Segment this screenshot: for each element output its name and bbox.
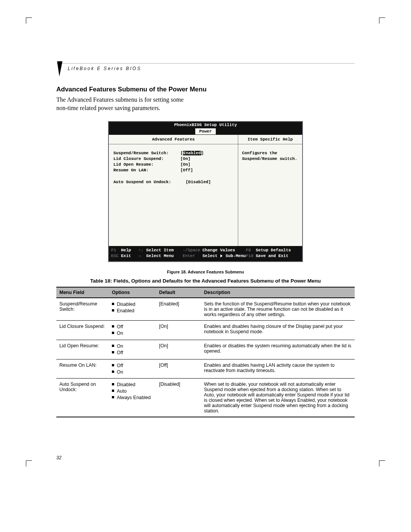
cell-default: [Enabled] — [156, 298, 201, 321]
legend-key: ↑↓ — [139, 248, 146, 253]
bios-left-title: Advanced Features — [109, 135, 238, 144]
legend-label: Setup Defaults — [256, 248, 291, 253]
option-item: Off — [112, 363, 153, 369]
col-menu-field: Menu Field — [56, 287, 109, 298]
table-row: Auto Suspend on Undock:DisabledAutoAlway… — [56, 379, 355, 417]
bios-tab-bar: Power — [109, 128, 302, 135]
legend-label: Select Menu — [146, 253, 174, 259]
crop-mark-bl — [26, 460, 32, 466]
bios-item[interactable]: Lid Closure Suspend: [On] — [113, 156, 233, 162]
cell-menu-field: Resume On LAN: — [56, 359, 109, 379]
cell-description: Enables and disables having LAN activity… — [201, 359, 355, 379]
option-item: Off — [112, 324, 153, 330]
figure-caption: Figure 18. Advance Features Submenu — [56, 270, 355, 274]
bios-item[interactable]: Lid Open Resume: [On] — [113, 162, 233, 168]
legend-label: Select Sub-Menu — [202, 253, 246, 259]
legend-key: F1 — [111, 248, 121, 253]
bios-help-title: Item Specific Help — [238, 135, 302, 144]
bios-left-panel: Advanced Features Suspend/Resume Switch:… — [109, 135, 238, 246]
col-default: Default — [156, 287, 201, 298]
table-row: Suspend/Resume Switch:DisabledEnabled[En… — [56, 298, 355, 321]
cell-description: Enables and disables having closure of t… — [201, 321, 355, 340]
cell-default: [Off] — [156, 359, 201, 379]
table-row: Lid Closure Suspend:OffOn[On]Enables and… — [56, 321, 355, 340]
cell-menu-field: Suspend/Resume Switch: — [56, 298, 109, 321]
legend-label: Help — [121, 248, 131, 253]
cell-menu-field: Auto Suspend on Undock: — [56, 379, 109, 417]
option-item: On — [112, 369, 153, 375]
bios-legend: F1Help ↑↓Select Item -/SpaceChange Value… — [109, 246, 302, 261]
option-item: Auto — [112, 388, 153, 395]
legend-key: ESC — [111, 253, 121, 259]
bios-item-label: Resume On LAN: — [113, 168, 180, 173]
bios-item[interactable]: Auto Suspend on Undock: [Disabled] — [113, 179, 233, 185]
cell-options: OffOn — [109, 359, 156, 379]
cell-default: [Disabled] — [156, 379, 201, 417]
option-item: On — [112, 343, 153, 350]
page: LifeBook E Series BIOS Advanced Features… — [0, 0, 411, 532]
table-row: Resume On LAN:OffOn[Off]Enables and disa… — [56, 359, 355, 379]
option-item: Off — [112, 350, 153, 356]
crop-mark-br — [379, 460, 385, 466]
legend-key: F9 — [246, 248, 256, 253]
legend-label: Exit — [121, 253, 131, 259]
legend-label: Save and Exit — [256, 253, 288, 259]
bios-help-panel: Item Specific Help Configures the Suspen… — [238, 135, 302, 246]
cell-description: When set to disable, your notebook will … — [201, 379, 355, 417]
option-item: Enabled — [112, 308, 153, 314]
bios-help-text: Configures the Suspend/Resume switch. — [238, 144, 302, 162]
cell-options: OnOff — [109, 340, 156, 359]
legend-label: Change Values — [202, 248, 235, 253]
option-item: Always Enabled — [112, 395, 153, 401]
content-area: LifeBook E Series BIOS Advanced Features… — [56, 63, 355, 417]
tab-power[interactable]: Power — [195, 128, 215, 134]
cell-default: [On] — [156, 321, 201, 340]
col-description: Description — [201, 287, 355, 298]
cell-description: Sets the function of the Suspend/Resume … — [201, 298, 355, 321]
bios-item-value: [Off] — [180, 168, 193, 173]
cell-options: DisabledAutoAlways Enabled — [109, 379, 156, 417]
crop-mark-tr — [379, 18, 385, 24]
bios-item[interactable]: Resume On LAN: [Off] — [113, 168, 233, 173]
bios-item-label: Lid Open Resume: — [113, 162, 180, 168]
running-header-text: LifeBook E Series BIOS — [56, 64, 355, 71]
bios-item-label: Lid Closure Suspend: — [113, 156, 180, 162]
svg-marker-0 — [57, 61, 62, 77]
bios-items: Suspend/Resume Switch: [Enabled] Lid Clo… — [109, 144, 238, 185]
legend-label: Select Item — [146, 248, 174, 253]
bios-title-bar: PhoenixBIOS Setup Utility — [109, 122, 302, 128]
fields-table: Menu Field Options Default Description S… — [56, 287, 355, 417]
bios-item-label: Auto Suspend on Undock: — [113, 179, 186, 185]
crop-mark-tl — [26, 18, 32, 24]
legend-key: ↔ — [139, 253, 146, 259]
bios-item-label: Suspend/Resume Switch: — [113, 150, 180, 156]
legend-key: Enter — [183, 253, 202, 259]
bios-body: Advanced Features Suspend/Resume Switch:… — [109, 135, 302, 246]
cell-default: [On] — [156, 340, 201, 359]
bios-item-value: [On] — [180, 162, 190, 168]
cell-menu-field: Lid Closure Suspend: — [56, 321, 109, 340]
legend-key: F10 — [246, 253, 256, 259]
bios-item-value: [Disabled] — [186, 179, 211, 185]
accent-triangle-icon — [54, 61, 63, 78]
bios-item[interactable]: Suspend/Resume Switch: [Enabled] — [113, 150, 233, 156]
cell-options: OffOn — [109, 321, 156, 340]
legend-key: -/Space — [183, 248, 202, 253]
page-number: 32 — [56, 455, 61, 460]
table-row: Lid Open Resume:OnOff[On]Enables or disa… — [56, 340, 355, 359]
cell-description: Enables or disables the system resuming … — [201, 340, 355, 359]
cell-options: DisabledEnabled — [109, 298, 156, 321]
bios-item-value: [Enabled] — [180, 150, 204, 156]
cell-menu-field: Lid Open Resume: — [56, 340, 109, 359]
section-title: Advanced Features Submenu of the Power M… — [56, 86, 355, 93]
option-item: Disabled — [112, 382, 153, 388]
table-header-row: Menu Field Options Default Description — [56, 287, 355, 298]
bios-panel: PhoenixBIOS Setup Utility Power Advanced… — [108, 121, 303, 262]
running-header: LifeBook E Series BIOS — [56, 63, 355, 72]
col-options: Options — [109, 287, 156, 298]
table-title: Table 18: Fields, Options and Defaults f… — [56, 278, 355, 284]
triangle-right-icon — [220, 254, 223, 257]
section-intro: The Advanced Features submenu is for set… — [56, 96, 193, 112]
option-item: On — [112, 330, 153, 337]
option-item: Disabled — [112, 301, 153, 308]
